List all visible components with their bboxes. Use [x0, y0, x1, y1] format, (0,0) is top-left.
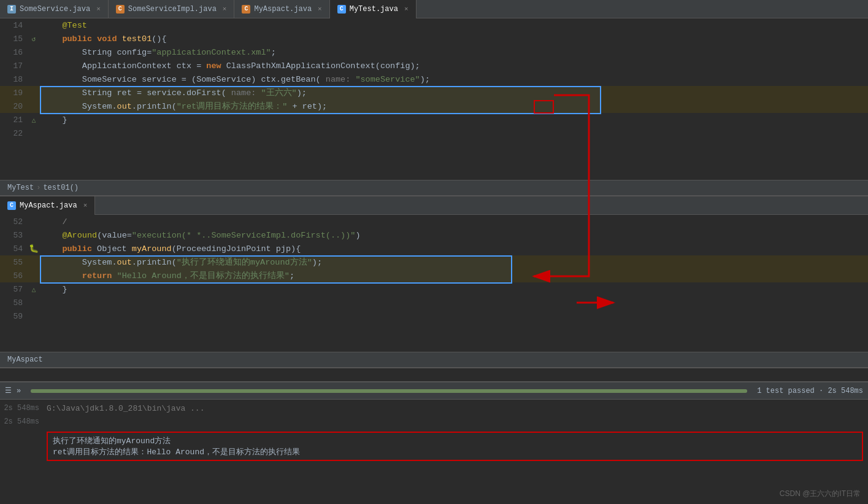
top-code-lines: 14 @Test 15 ↺ public void test01(){ 16 S… [0, 18, 868, 140]
run-line-2: 2s 548ms [0, 416, 868, 429]
tab-label-myaspact2: MyAspact.java [20, 201, 77, 210]
line-num-15: 15 [0, 34, 28, 44]
line-content-15: public void test01(){ [40, 34, 868, 44]
gutter-57: △ [28, 285, 40, 293]
tab-icon-class1: C [116, 5, 125, 14]
breadcrumb-sep-top: › [36, 184, 40, 192]
tab-label-someserviceimpl: SomeServiceImpl.java [128, 5, 217, 14]
code-line-54: 54 🐛 public Object myAround(ProceedingJo… [0, 242, 868, 255]
breadcrumb-top: MyTest › test01() [0, 180, 868, 195]
tab-myaspact[interactable]: C MyAspact.java × [234, 0, 329, 18]
line-num-21: 21 [0, 115, 28, 125]
breadcrumb-bottom: MyAspact [0, 352, 868, 367]
breadcrumb-class-bottom: MyAspact [7, 355, 43, 364]
line-content-59 [40, 312, 868, 321]
line-content-54: public Object myAround(ProceedingJoinPoi… [40, 244, 868, 254]
code-line-22: 22 [0, 126, 868, 140]
line-content-55: System.out.println("执行了环绕通知的myAround方法")… [40, 257, 868, 268]
line-content-52: / [40, 217, 868, 227]
line-content-58 [40, 298, 868, 308]
run-toolbar-list-icon[interactable]: ☰ [5, 386, 12, 395]
line-num-16: 16 [0, 48, 28, 57]
gutter-15: ↺ [28, 35, 40, 43]
code-line-20: 20 System.out.println("ret调用目标方法的结果：" + … [0, 99, 868, 113]
code-line-52: 52 / [0, 215, 868, 228]
line-num-56: 56 [0, 271, 28, 281]
line-num-52: 52 [0, 217, 28, 227]
tab-close-mytest[interactable]: × [404, 6, 409, 13]
tab-label-someservice: SomeService.java [20, 5, 90, 14]
line-content-14: @Test [40, 21, 868, 30]
line-num-58: 58 [0, 298, 28, 308]
tab-label-myaspact: MyAspact.java [254, 5, 312, 14]
breadcrumb-class-top: MyTest [7, 184, 34, 192]
tab-close-myaspact2[interactable]: × [83, 202, 88, 209]
line-content-17: ApplicationContext ctx = new ClassPathXm… [40, 61, 868, 71]
run-toolbar: ☰ » 1 test passed · 2s 548ms [0, 382, 868, 400]
run-time-1: 2s 548ms [0, 402, 43, 414]
line-num-18: 18 [0, 75, 28, 84]
run-line-1: 2s 548ms G:\Java\jdk1.8.0_281\bin\java .… [0, 402, 868, 416]
code-line-57: 57 △ } [0, 282, 868, 296]
line-num-22: 22 [0, 129, 28, 138]
code-line-14: 14 @Test [0, 18, 868, 32]
line-num-53: 53 [0, 231, 28, 240]
gutter-21: △ [28, 116, 40, 124]
code-line-19: 19 String ret = service.doFirst( name: "… [0, 86, 868, 99]
progress-bar-container [31, 389, 747, 393]
line-content-56: return "Hello Around，不是目标方法的执行结果"; [40, 270, 868, 281]
run-output: 2s 548ms G:\Java\jdk1.8.0_281\bin\java .… [0, 400, 868, 466]
tab-close-myaspact[interactable]: × [318, 6, 322, 13]
line-content-16: String config="applicationContext.xml"; [40, 48, 868, 57]
line-num-54: 54 [0, 244, 28, 254]
code-line-21: 21 △ } [0, 113, 868, 126]
bottom-code-lines: 52 / 53 @Around(value="execution(* *..So… [0, 215, 868, 323]
code-line-16: 16 String config="applicationContext.xml… [0, 45, 868, 59]
line-content-18: SomeService service = (SomeService) ctx.… [40, 75, 868, 84]
output-box-line-1: 执行了环绕通知的myAround方法 [53, 435, 857, 446]
line-num-14: 14 [0, 21, 28, 30]
code-line-17: 17 ApplicationContext ctx = new ClassPat… [0, 59, 868, 72]
code-line-15: 15 ↺ public void test01(){ [0, 32, 868, 45]
tab-myaspact2[interactable]: C MyAspact.java × [0, 196, 95, 215]
tab-icon-class2: C [242, 5, 250, 14]
run-content-2 [43, 416, 868, 419]
line-num-19: 19 [0, 88, 28, 98]
tab-icon-class3: C [337, 5, 346, 14]
line-content-22 [40, 129, 868, 138]
top-code-panel: 14 @Test 15 ↺ public void test01(){ 16 S… [0, 18, 868, 196]
bottom-tab-bar: C MyAspact.java × [0, 196, 868, 215]
code-line-55: 55 System.out.println("执行了环绕通知的myAround方… [0, 255, 868, 269]
run-time-2: 2s 548ms [0, 416, 43, 428]
code-line-56: 56 return "Hello Around，不是目标方法的执行结果"; [0, 269, 868, 282]
line-content-19: String ret = service.doFirst( name: "王六六… [40, 87, 868, 98]
run-status-text: 1 test passed · 2s 548ms [757, 387, 863, 395]
line-num-55: 55 [0, 258, 28, 267]
output-box: 执行了环绕通知的myAround方法 ret调用目标方法的结果：Hello Ar… [47, 432, 863, 461]
line-num-17: 17 [0, 61, 28, 71]
tab-someserviceimpl[interactable]: C SomeServiceImpl.java × [109, 0, 235, 18]
tab-someservice[interactable]: I SomeService.java × [0, 0, 109, 18]
progress-bar-fill [31, 389, 747, 393]
line-content-57: } [40, 285, 868, 294]
tab-mytest[interactable]: C MyTest.java × [330, 0, 417, 18]
gutter-54: 🐛 [28, 244, 40, 254]
line-content-20: System.out.println("ret调用目标方法的结果：" + ret… [40, 101, 868, 112]
tab-close-someserviceimpl[interactable]: × [223, 6, 227, 13]
tab-icon-class4: C [7, 201, 16, 210]
code-line-58: 58 [0, 296, 868, 309]
output-box-line-2: ret调用目标方法的结果：Hello Around，不是目标方法的执行结果 [53, 446, 857, 457]
breadcrumb-method-top: test01() [43, 184, 79, 192]
top-tab-bar: I SomeService.java × C SomeServiceImpl.j… [0, 0, 868, 18]
bottom-code-panel: 52 / 53 @Around(value="execution(* *..So… [0, 215, 868, 368]
line-content-53: @Around(value="execution(* *..SomeServic… [40, 231, 868, 240]
line-num-57: 57 [0, 285, 28, 294]
line-content-21: } [40, 115, 868, 125]
run-panel: ☰ » 1 test passed · 2s 548ms 2s 548ms G:… [0, 381, 868, 504]
code-line-59: 59 [0, 309, 868, 323]
csdn-watermark: CSDN @王六六的IT日常 [780, 489, 861, 499]
line-num-20: 20 [0, 102, 28, 111]
run-toolbar-chevron-right[interactable]: » [17, 387, 21, 395]
code-line-53: 53 @Around(value="execution(* *..SomeSer… [0, 228, 868, 242]
tab-close-someservice[interactable]: × [96, 6, 101, 13]
